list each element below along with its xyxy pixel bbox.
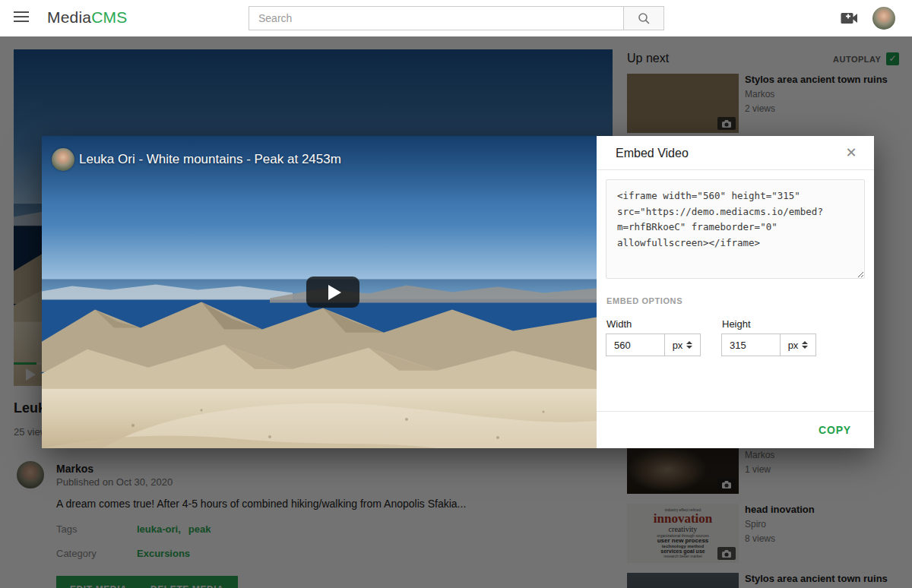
search-form xyxy=(249,6,664,30)
height-input[interactable] xyxy=(721,334,781,356)
width-unit-value: px xyxy=(673,340,683,351)
spinner-arrows-icon xyxy=(686,341,692,349)
logo-cms: CMS xyxy=(91,8,127,26)
close-icon[interactable]: ✕ xyxy=(842,144,860,162)
embed-options-heading: EMBED OPTIONS xyxy=(606,296,682,305)
width-input[interactable] xyxy=(606,334,665,356)
upload-media-icon[interactable] xyxy=(841,10,859,27)
preview-author-avatar xyxy=(52,148,74,171)
height-label: Height xyxy=(722,318,751,330)
height-field-group: px xyxy=(721,334,816,356)
width-field-group: px xyxy=(606,334,701,356)
preview-video-title: Leuka Ori - White mountains - Peak at 24… xyxy=(79,152,341,167)
embed-popup: Leuka Ori - White mountains - Peak at 24… xyxy=(42,136,874,448)
play-icon xyxy=(328,285,341,300)
spinner-arrows-icon xyxy=(802,341,808,349)
preview-top-gradient xyxy=(42,136,597,204)
page: MediaCMS Leuka Ori - White mountains - P… xyxy=(0,0,912,588)
embed-video-preview[interactable]: Leuka Ori - White mountains - Peak at 24… xyxy=(42,136,597,448)
height-unit-select[interactable]: px xyxy=(781,334,816,356)
search-input[interactable] xyxy=(249,6,623,30)
preview-play-button[interactable] xyxy=(306,277,359,308)
embed-modal-panel: Embed Video ✕ <iframe width="560" height… xyxy=(597,136,874,448)
embed-code-textarea[interactable]: <iframe width="560" height="315" src="ht… xyxy=(606,179,865,279)
width-unit-select[interactable]: px xyxy=(665,334,701,356)
search-button[interactable] xyxy=(623,6,664,30)
search-icon xyxy=(637,11,651,25)
height-unit-value: px xyxy=(788,340,799,351)
app-header: MediaCMS xyxy=(0,0,912,36)
site-logo[interactable]: MediaCMS xyxy=(47,8,127,27)
copy-button[interactable]: COPY xyxy=(819,412,851,449)
user-avatar[interactable] xyxy=(872,7,895,30)
modal-title: Embed Video xyxy=(616,136,689,170)
width-label: Width xyxy=(606,318,632,330)
modal-header: Embed Video ✕ xyxy=(597,136,874,170)
logo-media: Media xyxy=(47,8,91,26)
modal-footer: COPY xyxy=(597,411,874,448)
menu-icon[interactable] xyxy=(14,11,29,24)
